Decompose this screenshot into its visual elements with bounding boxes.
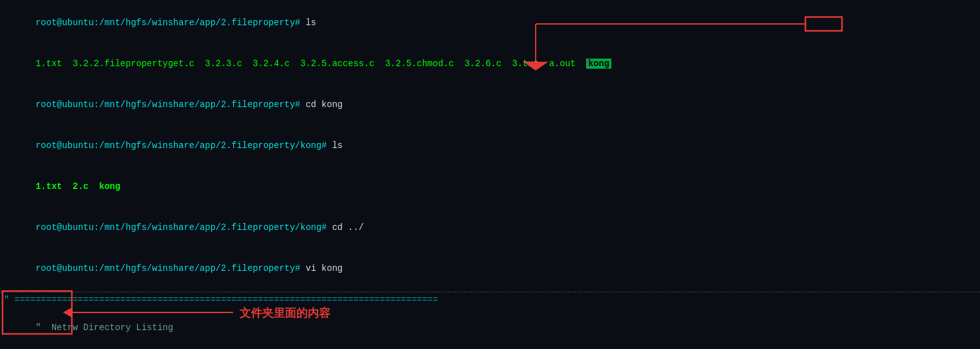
ls-output2: 1.txt 2.c kong — [35, 181, 120, 192]
line-cmd5: root@ubuntu:/mnt/hgfs/winshare/app/2.fil… — [4, 248, 976, 289]
command4: cd ../ — [332, 222, 364, 232]
prompt1: root@ubuntu:/mnt/hgfs/winshare/app/2.fil… — [35, 18, 305, 28]
command1: ls — [306, 18, 316, 28]
command5: vi kong — [306, 263, 343, 273]
ls-output-main: 1.txt 3.2.2.filepropertyget.c 3.2.3.c 3.… — [35, 59, 586, 69]
line-output2: 1.txt 2.c kong — [4, 166, 976, 207]
line-output1: 1.txt 3.2.2.filepropertyget.c 3.2.3.c 3.… — [4, 43, 976, 84]
prompt3: root@ubuntu:/mnt/hgfs/winshare/app/2.fil… — [35, 140, 331, 151]
terminal-window: root@ubuntu:/mnt/hgfs/winshare/app/2.fil… — [0, 0, 980, 349]
line-cmd4: root@ubuntu:/mnt/hgfs/winshare/app/2.fil… — [4, 207, 976, 248]
prompt5: root@ubuntu:/mnt/hgfs/winshare/app/2.fil… — [35, 263, 305, 273]
line-cmd3: root@ubuntu:/mnt/hgfs/winshare/app/2.fil… — [4, 125, 976, 166]
command3: ls — [332, 140, 343, 151]
prompt2: root@ubuntu:/mnt/hgfs/winshare/app/2.fil… — [35, 100, 305, 110]
line-cmd1: root@ubuntu:/mnt/hgfs/winshare/app/2.fil… — [4, 3, 976, 43]
netrw-title-line: " Netrw Directory Listing (netrw v149) — [4, 307, 976, 349]
netrw-title-text: " Netrw Directory Listing — [35, 323, 173, 333]
kong-highlighted: kong — [586, 59, 611, 69]
netrw-separator1: " ======================================… — [4, 294, 976, 307]
top-terminal-section: root@ubuntu:/mnt/hgfs/winshare/app/2.fil… — [0, 0, 980, 292]
command2: cd kong — [306, 100, 343, 110]
bottom-netrw-section: " ======================================… — [0, 292, 980, 349]
line-cmd2: root@ubuntu:/mnt/hgfs/winshare/app/2.fil… — [4, 84, 976, 125]
netrw-spacer — [35, 336, 247, 346]
prompt4: root@ubuntu:/mnt/hgfs/winshare/app/2.fil… — [35, 222, 331, 232]
